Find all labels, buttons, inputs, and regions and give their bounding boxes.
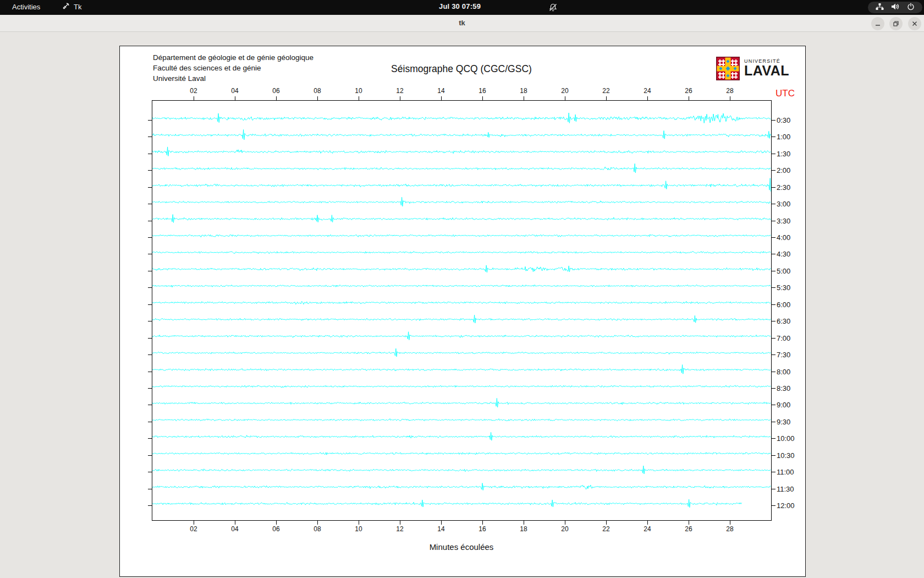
utc-row-tick-left xyxy=(148,355,152,355)
utc-row-label: 8:30 xyxy=(777,384,790,392)
volume-icon xyxy=(891,3,900,13)
x-tick-label-top: 02 xyxy=(190,87,197,95)
power-icon xyxy=(907,3,915,13)
utc-row-tick-left xyxy=(148,254,152,254)
x-tick-label-bottom: 08 xyxy=(314,525,321,533)
x-tick-mark-bottom xyxy=(482,521,483,525)
utc-row-label: 7:30 xyxy=(777,351,790,359)
utc-row-label: 2:00 xyxy=(777,166,790,175)
utc-row-tick-left xyxy=(148,287,152,288)
x-tick-mark-top xyxy=(647,96,648,100)
x-tick-mark-bottom xyxy=(194,521,194,525)
seismogram-trace-row xyxy=(152,235,771,237)
restore-button[interactable] xyxy=(889,17,903,30)
x-tick-label-bottom: 10 xyxy=(355,525,362,533)
utc-row-label: 3:00 xyxy=(777,200,790,208)
utc-row-tick-right xyxy=(772,355,776,355)
focused-app-menu[interactable]: Tk xyxy=(62,2,81,12)
seismogram-trace-row xyxy=(152,113,771,123)
utc-row-label: 5:00 xyxy=(777,267,790,275)
utc-row-label: 10:00 xyxy=(777,434,795,443)
seismogram-trace-row xyxy=(152,332,771,340)
seismogram-trace-row xyxy=(152,301,771,304)
utc-row-tick-left xyxy=(148,204,152,204)
page-title: Séismographe QCQ (CGC/GSC) xyxy=(340,63,582,75)
seismogram-trace-row xyxy=(152,265,771,272)
seismogram-trace-row xyxy=(152,348,771,357)
x-tick-mark-bottom xyxy=(524,521,524,525)
utc-row-label: 4:30 xyxy=(777,250,790,258)
activities-button[interactable]: Activities xyxy=(9,2,43,12)
utc-row-tick-left xyxy=(148,372,152,372)
seismogram-trace-row xyxy=(152,129,771,140)
utc-row-tick-left xyxy=(148,405,152,405)
x-tick-mark-bottom xyxy=(606,521,607,525)
x-tick-label-top: 16 xyxy=(479,87,486,95)
utc-row-tick-right xyxy=(772,287,776,288)
x-tick-label-top: 08 xyxy=(314,87,321,95)
utc-axis-label: UTC xyxy=(776,88,795,99)
utc-row-tick-right xyxy=(772,372,776,372)
x-tick-mark-bottom xyxy=(400,521,400,525)
window-title-bar[interactable]: tk xyxy=(0,15,924,32)
utc-row-label: 8:00 xyxy=(777,368,790,376)
seismogram-trace-row xyxy=(152,385,771,388)
utc-row-label: 1:30 xyxy=(777,150,790,158)
utc-row-tick-right xyxy=(772,120,776,121)
x-tick-mark-bottom xyxy=(276,521,277,525)
x-tick-label-bottom: 24 xyxy=(644,525,651,533)
utc-row-tick-left xyxy=(148,438,152,439)
x-tick-label-bottom: 18 xyxy=(520,525,527,533)
x-tick-label-top: 28 xyxy=(726,87,733,95)
utc-row-tick-right xyxy=(772,304,776,305)
x-tick-label-bottom: 14 xyxy=(437,525,444,533)
notifications-disabled-icon xyxy=(548,3,558,14)
x-tick-label-top: 18 xyxy=(520,87,527,95)
utc-row-tick-right xyxy=(772,338,776,339)
focused-app-name: Tk xyxy=(74,3,81,11)
laval-logo: UNIVERSITÉ LAVAL xyxy=(716,57,789,83)
utc-row-tick-right xyxy=(772,254,776,254)
close-button[interactable] xyxy=(908,17,921,30)
utc-row-tick-left xyxy=(148,137,152,137)
utc-row-tick-right xyxy=(772,438,776,439)
gnome-top-bar: Activities Tk Jul 30 07:59 xyxy=(0,0,924,15)
utc-row-tick-right xyxy=(772,221,776,221)
x-tick-label-bottom: 06 xyxy=(272,525,279,533)
x-tick-mark-bottom xyxy=(441,521,442,525)
utc-row-label: 11:00 xyxy=(777,468,794,476)
utc-row-label: 6:00 xyxy=(777,301,790,309)
x-tick-mark-top xyxy=(606,96,607,100)
x-tick-mark-top xyxy=(359,96,359,100)
seismogram-trace-row xyxy=(152,147,771,156)
x-tick-label-bottom: 02 xyxy=(190,525,197,533)
utc-row-tick-right xyxy=(772,154,776,154)
utc-row-tick-left xyxy=(148,505,152,506)
x-tick-mark-top xyxy=(235,96,235,100)
utc-row-label: 12:00 xyxy=(777,501,795,510)
utc-row-label: 9:00 xyxy=(777,401,790,409)
seismogram-trace-row xyxy=(152,315,771,323)
utc-row-tick-left xyxy=(148,455,152,456)
x-tick-mark-bottom xyxy=(647,521,648,525)
system-status-area[interactable] xyxy=(868,2,922,13)
seismogram-trace-row xyxy=(152,499,742,508)
utc-row-tick-right xyxy=(772,271,776,271)
x-tick-label-top: 04 xyxy=(231,87,238,95)
utc-row-tick-left xyxy=(148,120,152,121)
utc-row-tick-right xyxy=(772,137,776,137)
minimize-button[interactable] xyxy=(871,17,884,30)
seismogram-trace-row xyxy=(152,215,771,223)
utc-row-label: 4:00 xyxy=(777,233,790,242)
utc-row-label: 3:30 xyxy=(777,217,790,225)
x-tick-label-bottom: 26 xyxy=(685,525,692,533)
x-tick-mark-top xyxy=(276,96,277,100)
x-tick-label-bottom: 20 xyxy=(561,525,568,533)
utc-row-tick-right xyxy=(772,455,776,456)
clock-label[interactable]: Jul 30 07:59 xyxy=(439,2,481,10)
utc-row-tick-right xyxy=(772,204,776,204)
utc-row-tick-right xyxy=(772,237,776,238)
x-tick-mark-top xyxy=(689,96,689,100)
x-tick-mark-top xyxy=(730,96,730,100)
utc-row-label: 10:30 xyxy=(777,451,795,460)
